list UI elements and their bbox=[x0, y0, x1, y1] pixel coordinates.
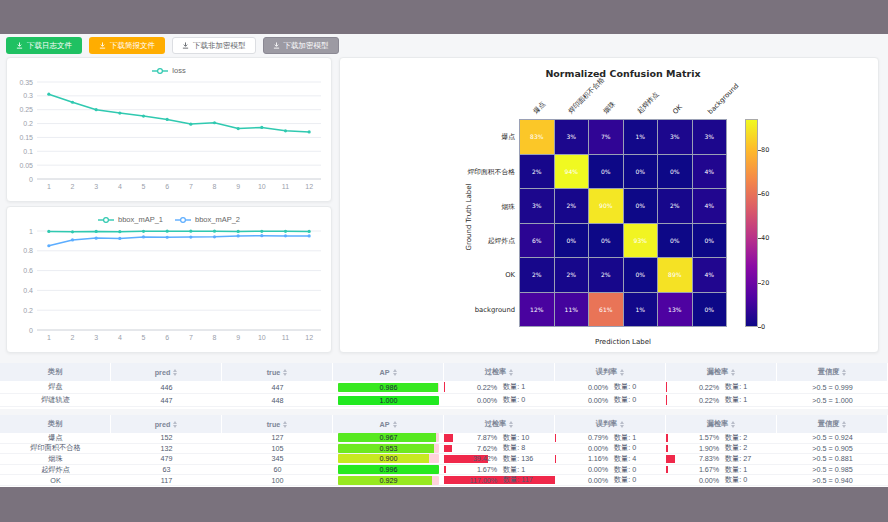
cell-class: 起焊炸点 bbox=[0, 465, 111, 475]
cell-ap: 0.996 bbox=[333, 465, 444, 475]
sort-caret-icon[interactable] bbox=[283, 421, 287, 428]
rate-percent: 1.67% bbox=[666, 465, 719, 474]
table-header-8[interactable]: 置信度 bbox=[777, 363, 888, 381]
loss-chart-legend: loss bbox=[7, 58, 331, 76]
legend-item-loss[interactable]: loss bbox=[152, 66, 185, 75]
cell-misjudge-rate: 0.00%数量: 0 bbox=[555, 444, 666, 454]
download-icon bbox=[273, 42, 280, 49]
rate-percent: 7.62% bbox=[444, 444, 497, 453]
matrix-cell: 2% bbox=[520, 155, 554, 189]
bottom-gray-band bbox=[0, 487, 888, 522]
cell-true: 447 bbox=[222, 381, 333, 393]
ap-value: 0.900 bbox=[338, 454, 439, 463]
rate-count: 数量: 0 bbox=[614, 465, 636, 475]
header-label: AP bbox=[380, 420, 390, 429]
table-header-2[interactable]: pred bbox=[111, 415, 222, 433]
cell-class: 焊缝轨迹 bbox=[0, 394, 111, 406]
colorbar-tick-label: 20 bbox=[761, 279, 769, 287]
download-button-1[interactable]: 下载日志文件 bbox=[6, 37, 82, 54]
sort-caret-icon[interactable] bbox=[620, 421, 624, 428]
sort-caret-icon[interactable] bbox=[842, 369, 846, 376]
svg-text:12: 12 bbox=[305, 183, 313, 190]
cell-confidence: >0.5 = 0.881 bbox=[777, 454, 888, 464]
rate-count: 数量: 27 bbox=[725, 454, 751, 464]
rate-percent: 7.83% bbox=[666, 454, 719, 463]
header-label: true bbox=[267, 420, 281, 429]
sort-caret-icon[interactable] bbox=[283, 369, 287, 376]
sort-caret-icon[interactable] bbox=[393, 369, 397, 376]
sort-caret-icon[interactable] bbox=[509, 421, 513, 428]
sort-caret-icon[interactable] bbox=[509, 369, 513, 376]
svg-text:12: 12 bbox=[305, 334, 313, 341]
sort-caret-icon[interactable] bbox=[731, 369, 735, 376]
cell-class: 焊盘 bbox=[0, 381, 111, 393]
matrix-cell: 13% bbox=[658, 293, 692, 327]
download-button-2[interactable]: 下载简报文件 bbox=[89, 37, 165, 54]
rate-percent: 0.00% bbox=[555, 383, 608, 392]
svg-text:7: 7 bbox=[189, 183, 193, 190]
table-header-4[interactable]: AP bbox=[333, 415, 444, 433]
cell-misjudge-rate: 0.00%数量: 0 bbox=[555, 381, 666, 393]
matrix-cell: 0% bbox=[555, 224, 589, 258]
table-header-8[interactable]: 置信度 bbox=[777, 415, 888, 433]
rate-percent: 0.22% bbox=[666, 383, 719, 392]
table-row: 爆点1521270.9677.87%数量: 100.79%数量: 11.57%数… bbox=[0, 433, 888, 444]
download-button-4[interactable]: 下载加密模型 bbox=[263, 37, 339, 54]
table-header-3[interactable]: true bbox=[222, 363, 333, 381]
svg-text:8: 8 bbox=[213, 183, 217, 190]
rate-count: 数量: 2 bbox=[725, 444, 747, 454]
cell-ap: 0.953 bbox=[333, 444, 444, 454]
table-row: OK1171000.929117.00%数量: 1170.00%数量: 00.0… bbox=[0, 475, 888, 486]
matrix-cell: 4% bbox=[693, 155, 727, 189]
rate-count: 数量: 1 bbox=[725, 395, 747, 405]
matrix-row-label: OK bbox=[443, 271, 515, 279]
svg-text:3: 3 bbox=[94, 183, 98, 190]
cell-miss-rate: 0.22%数量: 1 bbox=[666, 394, 777, 406]
sort-caret-icon[interactable] bbox=[731, 421, 735, 428]
table-header-7[interactable]: 漏检率 bbox=[666, 363, 777, 381]
matrix-cell: 2% bbox=[555, 189, 589, 223]
header-label: 置信度 bbox=[818, 419, 840, 429]
table-header-5[interactable]: 过检率 bbox=[444, 363, 555, 381]
cell-ap: 0.900 bbox=[333, 454, 444, 464]
ap-bar-track: 1.000 bbox=[338, 396, 439, 405]
download-icon bbox=[99, 42, 106, 49]
table-header-6[interactable]: 误判率 bbox=[555, 415, 666, 433]
sort-caret-icon[interactable] bbox=[393, 421, 397, 428]
svg-text:9: 9 bbox=[236, 183, 240, 190]
table-header-2[interactable]: pred bbox=[111, 363, 222, 381]
download-button-label: 下载简报文件 bbox=[110, 41, 155, 51]
summary-table-1: 类别predtrueAP过检率误判率漏检率置信度焊盘4464470.9860.2… bbox=[0, 363, 888, 409]
svg-text:1: 1 bbox=[29, 228, 33, 235]
table-header-6[interactable]: 误判率 bbox=[555, 363, 666, 381]
matrix-cell: 83% bbox=[520, 120, 554, 154]
table-header-7[interactable]: 漏检率 bbox=[666, 415, 777, 433]
sort-caret-icon[interactable] bbox=[620, 369, 624, 376]
sort-caret-icon[interactable] bbox=[173, 369, 177, 376]
table-row: 焊印面积不合格1321050.9537.62%数量: 80.00%数量: 01.… bbox=[0, 444, 888, 455]
sort-caret-icon[interactable] bbox=[842, 421, 846, 428]
ap-bar-track: 0.967 bbox=[338, 433, 439, 442]
table-header-3[interactable]: true bbox=[222, 415, 333, 433]
cell-class: OK bbox=[0, 475, 111, 485]
svg-text:1: 1 bbox=[47, 334, 51, 341]
ap-bar-track: 0.996 bbox=[338, 465, 439, 474]
matrix-cell: 6% bbox=[520, 224, 554, 258]
map-chart-canvas: 00.20.40.60.81123456789101112 bbox=[7, 225, 331, 345]
rate-count: 数量: 0 bbox=[614, 444, 636, 454]
download-button-3[interactable]: 下载非加密模型 bbox=[172, 37, 256, 54]
sort-caret-icon[interactable] bbox=[173, 421, 177, 428]
ap-bar-track: 0.929 bbox=[338, 476, 439, 485]
cell-misjudge-rate: 1.16%数量: 4 bbox=[555, 454, 666, 464]
cell-pred: 63 bbox=[111, 465, 222, 475]
matrix-cell: 4% bbox=[693, 258, 727, 292]
table-header-4[interactable]: AP bbox=[333, 363, 444, 381]
ap-bar-track: 0.953 bbox=[338, 444, 439, 453]
legend-item-bbox_mAP_1[interactable]: bbox_mAP_1 bbox=[98, 215, 163, 224]
rate-count: 数量: 2 bbox=[725, 433, 747, 443]
legend-item-bbox_mAP_2[interactable]: bbox_mAP_2 bbox=[175, 215, 240, 224]
matrix-cell: 3% bbox=[555, 120, 589, 154]
table-header-5[interactable]: 过检率 bbox=[444, 415, 555, 433]
cell-class: 烟珠 bbox=[0, 454, 111, 464]
rate-percent: 0.22% bbox=[444, 383, 497, 392]
